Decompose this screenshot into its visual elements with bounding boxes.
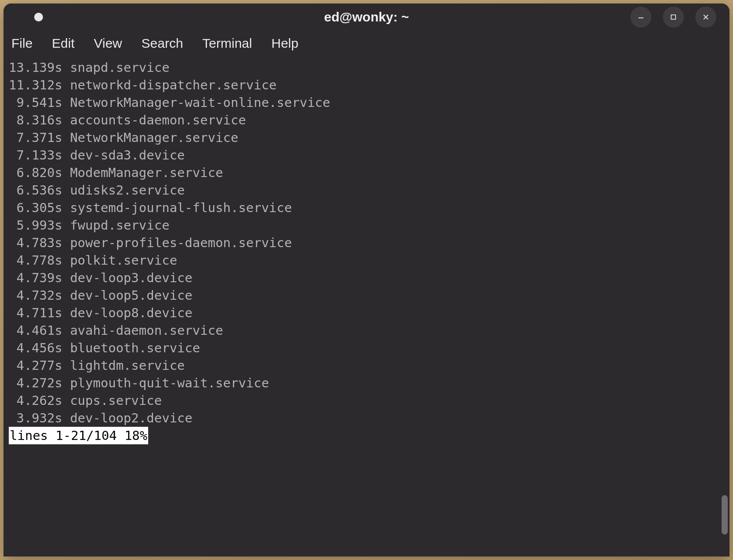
terminal-line: 7.133sdev-sda3.device	[9, 146, 724, 164]
service-name: ModemManager.service	[70, 164, 223, 181]
maximize-button[interactable]	[663, 7, 684, 28]
service-time: 3.932s	[9, 409, 62, 427]
menu-view[interactable]: View	[84, 32, 132, 54]
close-button[interactable]	[695, 7, 716, 28]
terminal-line: 4.778spolkit.service	[9, 252, 724, 269]
service-name: avahi-daemon.service	[70, 322, 223, 339]
service-time: 4.711s	[9, 304, 62, 322]
service-time: 4.739s	[9, 269, 62, 287]
terminal-line: 4.783spower-profiles-daemon.service	[9, 234, 724, 252]
service-time: 9.541s	[9, 94, 62, 111]
service-name: NetworkManager-wait-online.service	[70, 94, 331, 111]
minimize-button[interactable]	[630, 7, 651, 28]
terminal-line: 4.739sdev-loop3.device	[9, 269, 724, 287]
terminal-content[interactable]: 13.139ssnapd.service11.312snetworkd-disp…	[4, 56, 729, 556]
service-time: 4.456s	[9, 339, 62, 357]
service-time: 13.139s	[9, 59, 62, 76]
service-time: 4.277s	[9, 357, 62, 374]
service-name: lightdm.service	[70, 357, 185, 374]
terminal-line: 6.536sudisks2.service	[9, 181, 724, 199]
menu-search[interactable]: Search	[132, 32, 193, 54]
service-time: 4.732s	[9, 287, 62, 304]
terminal-line: 4.461savahi-daemon.service	[9, 322, 724, 339]
minimize-icon	[637, 13, 645, 21]
service-name: cups.service	[70, 392, 162, 409]
close-icon	[701, 13, 710, 21]
terminal-line: 8.316saccounts-daemon.service	[9, 111, 724, 129]
service-name: power-profiles-daemon.service	[70, 234, 292, 252]
service-time: 7.133s	[9, 146, 62, 164]
service-time: 4.783s	[9, 234, 62, 252]
service-time: 8.316s	[9, 111, 62, 129]
terminal-line: 4.272splymouth-quit-wait.service	[9, 374, 724, 392]
service-name: dev-loop3.device	[70, 269, 192, 287]
terminal-line: 4.711sdev-loop8.device	[9, 304, 724, 322]
window-controls	[630, 7, 722, 28]
terminal-line: 7.371sNetworkManager.service	[9, 129, 724, 146]
service-name: plymouth-quit-wait.service	[70, 374, 269, 392]
service-name: snapd.service	[70, 59, 170, 76]
menu-terminal[interactable]: Terminal	[193, 32, 262, 54]
service-name: accounts-daemon.service	[70, 111, 246, 129]
terminal-window: ed@wonky: ~ File Edit View	[4, 4, 729, 556]
service-time: 11.312s	[9, 76, 62, 94]
service-time: 4.262s	[9, 392, 62, 409]
menu-file[interactable]: File	[11, 32, 42, 54]
service-name: networkd-dispatcher.service	[70, 76, 277, 94]
menubar: File Edit View Search Terminal Help	[4, 31, 729, 56]
service-name: fwupd.service	[70, 216, 170, 234]
service-time: 6.305s	[9, 199, 62, 216]
service-time: 4.272s	[9, 374, 62, 392]
terminal-line: 4.456sbluetooth.service	[9, 339, 724, 357]
service-time: 6.536s	[9, 181, 62, 199]
service-time: 6.820s	[9, 164, 62, 181]
service-name: dev-loop5.device	[70, 287, 192, 304]
terminal-line: 4.277slightdm.service	[9, 357, 724, 374]
maximize-icon	[669, 13, 678, 21]
terminal-line: 3.932sdev-loop2.device	[9, 409, 724, 427]
service-name: bluetooth.service	[70, 339, 200, 357]
svg-rect-1	[671, 15, 676, 19]
service-name: udisks2.service	[70, 181, 185, 199]
service-time: 4.778s	[9, 252, 62, 269]
pager-status: lines 1-21/104 18%	[9, 427, 148, 444]
titlebar-indicator-dot	[34, 13, 43, 21]
terminal-line: 4.732sdev-loop5.device	[9, 287, 724, 304]
service-name: systemd-journal-flush.service	[70, 199, 292, 216]
service-time: 4.461s	[9, 322, 62, 339]
terminal-line: 13.139ssnapd.service	[9, 59, 724, 76]
terminal-line: 5.993sfwupd.service	[9, 216, 724, 234]
terminal-line: 11.312snetworkd-dispatcher.service	[9, 76, 724, 94]
terminal-line: 4.262scups.service	[9, 392, 724, 409]
terminal-line: 9.541sNetworkManager-wait-online.service	[9, 94, 724, 111]
service-name: dev-loop2.device	[70, 409, 192, 427]
titlebar[interactable]: ed@wonky: ~	[4, 4, 729, 31]
terminal-line: 6.305ssystemd-journal-flush.service	[9, 199, 724, 216]
service-name: dev-sda3.device	[70, 146, 185, 164]
service-name: NetworkManager.service	[70, 129, 238, 146]
window-title: ed@wonky: ~	[324, 10, 409, 25]
terminal-line: 6.820sModemManager.service	[9, 164, 724, 181]
service-name: dev-loop8.device	[70, 304, 192, 322]
menu-help[interactable]: Help	[262, 32, 308, 54]
service-time: 5.993s	[9, 216, 62, 234]
service-time: 7.371s	[9, 129, 62, 146]
terminal-output: 13.139ssnapd.service11.312snetworkd-disp…	[9, 59, 724, 427]
service-name: polkit.service	[70, 252, 177, 269]
scrollbar-thumb[interactable]	[722, 495, 728, 535]
menu-edit[interactable]: Edit	[42, 32, 84, 54]
